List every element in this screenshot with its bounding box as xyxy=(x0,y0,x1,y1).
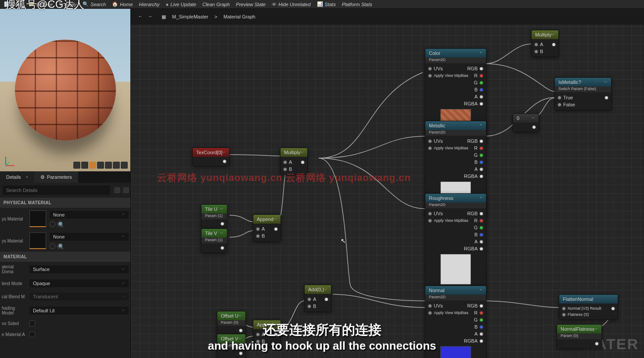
node-ismetallic[interactable]: IsMetallic?﹀ Switch Param (False) True F… xyxy=(554,77,612,110)
tb-preview[interactable]: Preview State xyxy=(236,2,266,7)
asset-thumb[interactable] xyxy=(29,210,46,227)
tb-stats[interactable]: 📊 Stats xyxy=(317,1,336,7)
dd-blend[interactable]: Opaque﹀ xyxy=(29,279,129,287)
node-multiply-2[interactable]: Multiply﹀ AB xyxy=(531,30,559,57)
prop-phys-material-2: ys Material None﹀🔍 xyxy=(0,230,130,252)
node-multiply[interactable]: Multiply﹀ AB xyxy=(280,148,308,175)
node-append-1[interactable]: Append﹀ AB xyxy=(253,214,281,242)
use-icon[interactable] xyxy=(50,243,55,249)
mouse-cursor-icon: ↖ xyxy=(341,237,346,244)
dd-decal[interactable]: Translucent﹀ xyxy=(29,293,129,300)
browse-icon[interactable]: 🔍 xyxy=(57,243,63,249)
bc-icon: ▦ xyxy=(162,14,166,20)
tb-home[interactable]: 🏠 Home xyxy=(112,1,133,7)
tb-search[interactable]: 🔍 Search xyxy=(83,1,106,7)
node-texcoord[interactable]: TexCoord[0]﹀ xyxy=(192,148,230,166)
use-icon[interactable] xyxy=(50,221,55,227)
material-preview[interactable] xyxy=(0,9,130,171)
cb-twosided[interactable] xyxy=(29,321,35,326)
dropdown-none-2[interactable]: None﹀ xyxy=(50,233,129,241)
dd-shading[interactable]: Default Lit﹀ xyxy=(29,307,129,315)
dd-domain[interactable]: Surface﹀ xyxy=(29,265,129,273)
close-icon[interactable]: × xyxy=(26,175,28,179)
node-tile-v[interactable]: Tile V﹀ Param (1) xyxy=(201,228,227,253)
node-tile-u[interactable]: Tile U﹀ Param (1) xyxy=(201,204,227,229)
axis-gizmo xyxy=(4,155,17,168)
node-flatten-normal[interactable]: FlattenNormal Normal (V3) Result Flatnes… xyxy=(559,294,618,320)
browse-icon[interactable]: 🔍 xyxy=(57,221,63,227)
filter-icon[interactable] xyxy=(114,187,120,193)
left-panel: Details× ⚙ Parameters PHYSICAL MATERIAL … xyxy=(0,9,131,358)
section-material[interactable]: MATERIAL xyxy=(0,252,130,262)
material-graph[interactable]: ←→ ▦ M_SimpleMaster > Material Graph 云桥网… xyxy=(131,9,644,358)
section-physical[interactable]: PHYSICAL MATERIAL xyxy=(0,198,130,208)
node-roughness[interactable]: Roughness⌃ Param2D UVsRGB Apply View Mip… xyxy=(425,193,486,289)
nav-fwd-icon[interactable]: → xyxy=(148,14,154,20)
viewport-tools[interactable] xyxy=(73,162,128,169)
tb-hierarchy[interactable]: Hierarchy xyxy=(139,2,160,7)
tb-platform[interactable]: Platform Stats xyxy=(342,2,372,7)
svg-line-2 xyxy=(6,162,10,166)
panel-tabs: Details× ⚙ Parameters xyxy=(0,171,130,183)
tb-clean[interactable]: Clean Graph xyxy=(202,2,230,7)
node-constant-0[interactable]: 0﹀ xyxy=(513,113,539,132)
node-add[interactable]: Add(0,)﹀ AB xyxy=(304,285,331,312)
nav-back-icon[interactable]: ← xyxy=(138,14,144,20)
tab-parameters[interactable]: ⚙ Parameters xyxy=(34,171,78,183)
prop-phys-material-1: ys Material None﹀🔍 xyxy=(0,208,130,230)
subtitle: 还要连接所有的连接 and having to hook up all the … xyxy=(208,321,436,353)
tb-hide[interactable]: 👁 Hide Unrelated xyxy=(272,2,310,7)
watermark-top: 搜狐号@CG达人 xyxy=(5,0,84,11)
asset-thumb[interactable] xyxy=(29,232,46,249)
bc-root[interactable]: M_SimpleMaster xyxy=(172,14,209,19)
cb-matattr[interactable] xyxy=(29,332,35,337)
breadcrumb: ←→ ▦ M_SimpleMaster > Material Graph xyxy=(131,9,644,25)
tab-details[interactable]: Details× xyxy=(0,171,34,183)
tb-live[interactable]: ● Live Update xyxy=(166,2,196,7)
top-toolbar: 📄 Save 📁 Browse ↻ Apply 🔍 Search 🏠 Home … xyxy=(0,0,644,9)
search-details-input[interactable] xyxy=(3,185,110,195)
dropdown-none-1[interactable]: None﹀ xyxy=(50,211,129,219)
settings-icon[interactable] xyxy=(123,187,129,193)
node-normal-flatness[interactable]: NormalFlatness﹀ Param (0) xyxy=(557,324,602,349)
preview-sphere xyxy=(15,40,116,141)
bc-leaf: Material Graph xyxy=(223,14,255,19)
watermark-mid: 云桥网络 yunqiaowang.cn 云桥网络 yunqiaowang.cn xyxy=(157,171,411,184)
